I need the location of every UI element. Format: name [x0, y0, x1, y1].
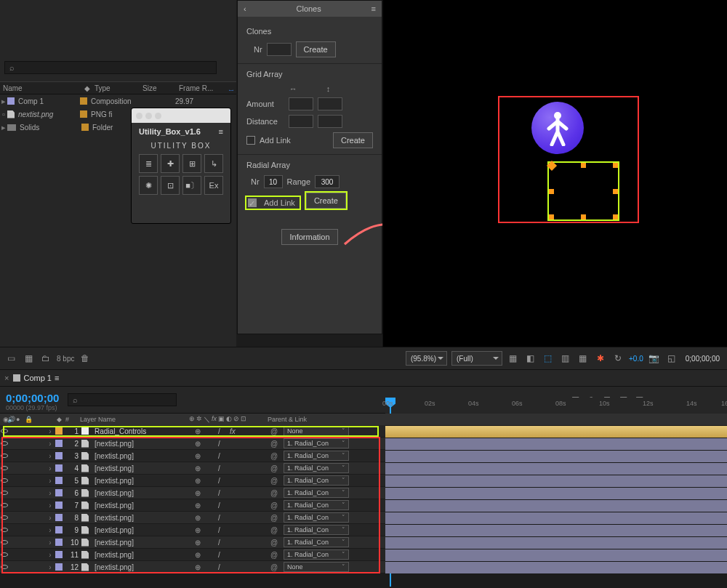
window-dot[interactable] — [136, 113, 142, 119]
layer-name[interactable]: [nextist.png] — [92, 526, 190, 534]
visibility-toggle[interactable] — [1, 429, 8, 433]
layer-track-bar[interactable] — [385, 561, 727, 573]
color-mgmt-icon[interactable]: ✱ — [594, 352, 607, 365]
clones-create-button[interactable]: Create — [296, 41, 336, 57]
ubox-btn-4[interactable]: ✺ — [139, 176, 158, 195]
transparency-grid-icon[interactable]: ▦ — [507, 352, 520, 365]
handle[interactable] — [613, 189, 618, 194]
col-video-icon[interactable]: ◉ — [0, 416, 7, 423]
parent-dropdown[interactable]: 1. Radial_Con — [284, 438, 349, 448]
col-frame[interactable]: Frame R... — [176, 84, 216, 92]
switch-shy[interactable]: ⊕ — [190, 464, 205, 472]
switch-shy[interactable]: ⊕ — [190, 502, 205, 510]
show-snapshot-icon[interactable]: ◱ — [665, 352, 678, 365]
panel-back-icon[interactable]: ‹ — [244, 4, 246, 13]
radial-addlink-checkbox[interactable]: ✓ — [248, 198, 257, 207]
layer-name[interactable]: [nextist.png] — [92, 489, 190, 497]
pickwhip-icon[interactable]: @ — [270, 440, 284, 448]
col-type[interactable]: Type — [92, 84, 140, 92]
grid-dist-x[interactable] — [289, 115, 313, 128]
selection-handles[interactable] — [550, 164, 617, 219]
ubox-btn-6[interactable]: ■〕 — [182, 176, 201, 195]
layer-name[interactable]: [nextist.png] — [92, 452, 190, 460]
col-lock-icon[interactable]: 🔒 — [25, 416, 33, 423]
twirl-icon[interactable]: › — [45, 452, 55, 460]
layer-track-bar[interactable] — [385, 536, 727, 549]
pickwhip-icon[interactable]: @ — [270, 489, 284, 497]
twirl-icon[interactable]: ▸ — [0, 97, 7, 106]
layer-name[interactable]: Radial_Controls — [92, 427, 190, 435]
switch-shy[interactable]: ⊕ — [190, 563, 205, 571]
pickwhip-icon[interactable]: @ — [270, 452, 284, 460]
tab-menu-icon[interactable]: ≡ — [55, 374, 59, 382]
handle[interactable] — [581, 214, 586, 220]
channels-icon[interactable]: ▦ — [577, 352, 590, 365]
visibility-toggle[interactable] — [1, 441, 8, 446]
layer-name[interactable]: [nextist.png] — [92, 477, 190, 485]
ubox-btn-5[interactable]: ⊡ — [161, 176, 180, 195]
layer-track-bar[interactable] — [385, 499, 727, 512]
radial-nr-input[interactable] — [264, 175, 283, 188]
resolution-dropdown[interactable]: (Full) — [451, 351, 502, 366]
visibility-toggle[interactable] — [1, 552, 8, 557]
twirl-icon[interactable]: › — [45, 489, 55, 497]
visibility-toggle[interactable] — [1, 528, 8, 532]
switch-shy[interactable]: ⊕ — [190, 452, 205, 460]
panel-titlebar[interactable] — [132, 108, 230, 123]
col-name[interactable]: Name — [0, 84, 81, 92]
visibility-toggle[interactable] — [1, 565, 8, 569]
switch-shy[interactable]: ⊕ — [190, 526, 205, 534]
layer-name[interactable]: [nextist.png] — [92, 514, 190, 522]
switch-shy[interactable]: ⊕ — [190, 489, 205, 497]
label-color[interactable] — [55, 502, 63, 509]
layer-track-bar[interactable] — [385, 549, 727, 561]
switch-shy[interactable]: ⊕ — [190, 427, 205, 435]
parent-dropdown[interactable]: None — [284, 562, 349, 572]
layer-name[interactable]: [nextist.png] — [92, 502, 190, 510]
visibility-toggle[interactable] — [1, 478, 8, 483]
snapshot-icon[interactable]: 📷 — [648, 352, 661, 365]
new-folder-icon[interactable]: 🗀 — [39, 352, 52, 365]
layer-track-bar[interactable] — [385, 450, 727, 462]
parent-dropdown[interactable]: 1. Radial_Con — [284, 512, 349, 523]
title-safe-icon[interactable]: ⬚ — [542, 352, 555, 365]
clones-nr-input[interactable] — [267, 43, 292, 56]
layer-name[interactable]: [nextist.png] — [92, 464, 190, 472]
switch-shy[interactable]: ⊕ — [190, 551, 205, 559]
layer-name[interactable]: [nextist.png] — [92, 551, 190, 559]
ubox-btn-7[interactable]: Ex — [204, 176, 223, 195]
twirl-icon[interactable]: › — [45, 477, 55, 485]
pickwhip-icon[interactable]: @ — [270, 427, 284, 435]
layer-track-bar[interactable] — [385, 438, 727, 450]
label-color[interactable] — [55, 464, 63, 472]
label-color[interactable] — [55, 427, 63, 435]
information-button[interactable]: Information — [281, 229, 337, 245]
visibility-toggle[interactable] — [1, 540, 8, 544]
window-dot[interactable] — [145, 113, 152, 119]
pickwhip-icon[interactable]: @ — [270, 563, 284, 571]
trash-icon[interactable]: 🗑 — [79, 352, 92, 365]
twirl-icon[interactable]: › — [45, 464, 55, 472]
label-color[interactable] — [55, 563, 63, 571]
pickwhip-icon[interactable]: @ — [270, 526, 284, 534]
parent-dropdown[interactable]: 1. Radial_Con — [284, 463, 349, 473]
switch-shy[interactable]: ⊕ — [190, 514, 205, 522]
grid-amount-y[interactable] — [318, 97, 342, 110]
handle[interactable] — [581, 163, 586, 168]
ubox-btn-2[interactable]: ⊞ — [182, 154, 201, 173]
project-search[interactable]: ⌕ — [4, 61, 217, 74]
layer-track-bar[interactable] — [385, 524, 727, 536]
twirl-icon[interactable]: › — [45, 526, 55, 534]
parent-dropdown[interactable]: 1. Radial_Con — [284, 451, 349, 461]
grid-addlink-checkbox[interactable] — [246, 136, 255, 145]
preview-time[interactable]: 0;00;00;00 — [683, 355, 723, 363]
ubox-btn-3[interactable]: ↳ — [204, 154, 223, 173]
twirl-icon[interactable]: › — [45, 502, 55, 510]
clones-panel-header[interactable]: ‹ Clones ≡ — [238, 1, 382, 17]
label-color[interactable] — [55, 452, 63, 459]
layer-track-bar[interactable] — [385, 487, 727, 499]
twirl-icon[interactable]: › — [45, 551, 55, 559]
handle[interactable] — [549, 214, 554, 220]
reset-exposure-icon[interactable]: ↻ — [611, 352, 624, 365]
grid-create-button[interactable]: Create — [333, 132, 373, 148]
